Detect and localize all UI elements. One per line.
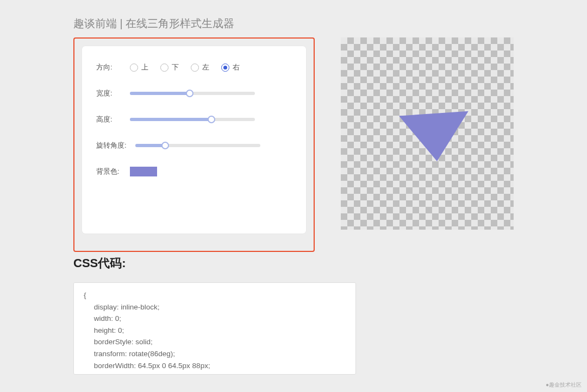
rotate-label: 旋转角度: [96,141,135,150]
controls-highlight-frame: 方向: 上 下 左 [73,37,315,252]
controls-panel: 方向: 上 下 左 [82,46,306,233]
slider-thumb[interactable] [208,116,215,123]
watermark: ●趣金技术社区 [546,381,582,389]
width-slider[interactable] [130,92,255,95]
radio-label: 右 [233,62,240,72]
direction-row: 方向: 上 下 左 [96,62,292,72]
radio-label: 左 [202,62,209,72]
rotate-slider[interactable] [135,144,260,147]
slider-fill [130,92,190,95]
rotate-row: 旋转角度: [96,141,292,150]
page-title: 趣谈前端 | 在线三角形样式生成器 [73,16,514,31]
bgcolor-label: 背景色: [96,167,130,176]
main-row: 方向: 上 下 左 [73,37,514,252]
direction-label: 方向: [96,62,130,72]
radio-icon [221,64,229,72]
css-code-output[interactable] [73,282,356,375]
height-row: 高度: [96,115,292,124]
radio-down[interactable]: 下 [160,62,179,72]
color-picker[interactable] [130,167,157,176]
width-row: 宽度: [96,88,292,98]
radio-icon [160,64,168,72]
triangle-preview [399,111,472,164]
height-label: 高度: [96,115,130,124]
radio-icon [191,64,199,72]
height-slider[interactable] [130,118,255,121]
radio-right[interactable]: 右 [221,62,240,72]
direction-radio-group: 上 下 左 右 [130,62,240,72]
radio-left[interactable]: 左 [191,62,209,72]
slider-thumb[interactable] [161,142,169,149]
code-section-title: CSS代码: [73,255,514,271]
slider-fill [135,144,165,147]
preview-canvas [341,37,514,230]
width-label: 宽度: [96,88,130,98]
bgcolor-row: 背景色: [96,167,292,176]
radio-up[interactable]: 上 [130,62,148,72]
radio-label: 上 [141,62,148,72]
radio-label: 下 [172,62,179,72]
slider-fill [130,118,211,121]
slider-thumb[interactable] [186,90,193,97]
radio-icon [130,64,138,72]
